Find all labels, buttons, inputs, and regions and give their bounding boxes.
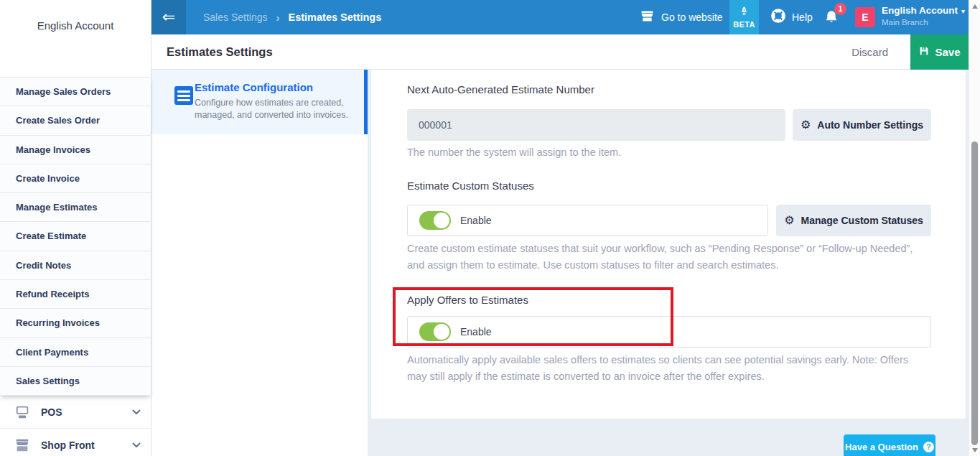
help-label: Help (792, 11, 813, 23)
rocket-icon (739, 6, 750, 19)
sidebar-group-label: Shop Front (41, 439, 132, 451)
auto-number-settings-label: Auto Number Settings (817, 119, 923, 131)
sidebar-item-manage-estimates[interactable]: Manage Estimates (0, 193, 151, 222)
sidebar-item-recurring-invoices[interactable]: Recurring Invoices (0, 309, 151, 338)
scrollbar-thumb[interactable] (971, 141, 978, 445)
collapse-sidebar-button[interactable]: ⇐ (151, 0, 186, 34)
breadcrumb-parent[interactable]: Sales Settings (203, 11, 268, 23)
go-to-website-button[interactable]: Go to website (640, 0, 723, 34)
discard-button[interactable]: Discard (851, 34, 888, 70)
auto-number-input[interactable] (407, 109, 785, 141)
go-to-website-label: Go to website (661, 11, 723, 23)
notification-count-badge: 1 (834, 3, 846, 15)
apply-offers-help: Automatically apply available sales offe… (407, 352, 923, 385)
breadcrumb: Sales Settings › Estimates Settings (203, 0, 381, 34)
sidebar-item-create-invoice[interactable]: Create Invoice (0, 164, 151, 193)
sidebar-item-create-sales-order[interactable]: Create Sales Order (0, 106, 151, 135)
branch-name: Main Branch (882, 18, 965, 27)
help-button[interactable]: Help (770, 0, 813, 34)
manage-custom-statuses-label: Manage Custom Statuses (801, 215, 923, 226)
topbar: ⇐ Sales Settings › Estimates Settings Go… (151, 0, 969, 34)
floppy-disk-icon (918, 45, 930, 59)
sidebar-group-pos[interactable]: POS (0, 396, 151, 429)
nav-item-title: Estimate Configuration (195, 81, 313, 93)
content-area: Estimate Configuration Configure how est… (151, 70, 969, 456)
question-circle-icon: ? (923, 442, 934, 452)
beta-button[interactable]: BETA (729, 0, 759, 34)
life-ring-icon (770, 8, 786, 27)
auto-number-label: Next Auto-Generated Estimate Number (407, 83, 594, 96)
custom-statuses-toggle-box: Enable (407, 205, 768, 236)
breadcrumb-current: Estimates Settings (289, 11, 382, 23)
pos-terminal-icon (14, 404, 30, 420)
sidebar-group-label: POS (41, 406, 132, 418)
sidebar-item-credit-notes[interactable]: Credit Notes (0, 251, 151, 280)
vertical-scrollbar[interactable] (969, 0, 980, 456)
auto-number-settings-button[interactable]: ⚙ Auto Number Settings (793, 109, 931, 141)
scroll-down-arrow-icon[interactable] (972, 448, 978, 452)
custom-statuses-help: Create custom estimate statuses that sui… (407, 241, 923, 274)
document-list-icon (174, 86, 193, 105)
custom-statuses-toggle[interactable] (419, 211, 451, 230)
sidebar-account-header: English Account (0, 0, 151, 77)
storefront-icon (640, 9, 655, 27)
sidebar-item-refund-receipts[interactable]: Refund Receipts (0, 280, 151, 309)
nav-item-description: Configure how estimates are created, man… (195, 97, 360, 121)
scroll-up-arrow-icon[interactable] (972, 4, 978, 9)
settings-card: Next Auto-Generated Estimate Number ⚙ Au… (371, 70, 966, 419)
beta-label: BETA (733, 20, 755, 29)
chevron-down-icon (132, 409, 141, 414)
gear-icon: ⚙ (801, 119, 811, 131)
nav-item-estimate-configuration[interactable]: Estimate Configuration Configure how est… (151, 70, 368, 134)
annotation-red-box (393, 287, 673, 346)
page-header: Estimates Settings Discard Save (151, 34, 969, 70)
manage-custom-statuses-button[interactable]: ⚙ Manage Custom Statuses (776, 205, 931, 236)
sidebar-item-create-estimate[interactable]: Create Estimate (0, 222, 151, 251)
gear-icon: ⚙ (784, 215, 794, 226)
save-button[interactable]: Save (910, 34, 969, 70)
custom-statuses-toggle-label: Enable (460, 215, 492, 226)
breadcrumb-separator-icon: › (276, 11, 280, 24)
storefront-icon (14, 437, 30, 453)
sidebar-item-client-payments[interactable]: Client Payments (0, 338, 151, 367)
caret-down-icon: ▾ (961, 7, 965, 15)
save-label: Save (935, 46, 960, 58)
account-menu[interactable]: English Account▾ Main Branch (882, 5, 965, 27)
settings-nav-column: Estimate Configuration Configure how est… (151, 70, 368, 456)
auto-number-help: The number the system will assign to the… (407, 144, 621, 161)
account-name: English Account (882, 5, 958, 16)
sidebar-item-sales-settings[interactable]: Sales Settings (0, 367, 151, 396)
collapse-sidebar-icon: ⇐ (162, 8, 175, 26)
custom-statuses-label: Estimate Custom Statuses (407, 180, 534, 192)
have-a-question-button[interactable]: Have a Question ? (844, 434, 935, 456)
selected-indicator (364, 70, 368, 134)
sidebar-item-manage-sales-orders[interactable]: Manage Sales Orders (0, 78, 151, 106)
avatar[interactable]: E (855, 7, 875, 27)
page-title: Estimates Settings (167, 34, 273, 70)
app-root: English Account Manage Sales Orders Crea… (0, 0, 980, 456)
sidebar: English Account Manage Sales Orders Crea… (0, 0, 151, 456)
sidebar-item-manage-invoices[interactable]: Manage Invoices (0, 136, 151, 164)
chevron-down-icon (132, 442, 141, 447)
toggle-knob (434, 213, 449, 228)
sidebar-group-shop-front[interactable]: Shop Front (0, 429, 151, 456)
sales-submenu: Manage Sales Orders Create Sales Order M… (0, 77, 151, 396)
have-a-question-label: Have a Question (845, 442, 918, 452)
sidebar-account-name: English Account (37, 19, 114, 32)
